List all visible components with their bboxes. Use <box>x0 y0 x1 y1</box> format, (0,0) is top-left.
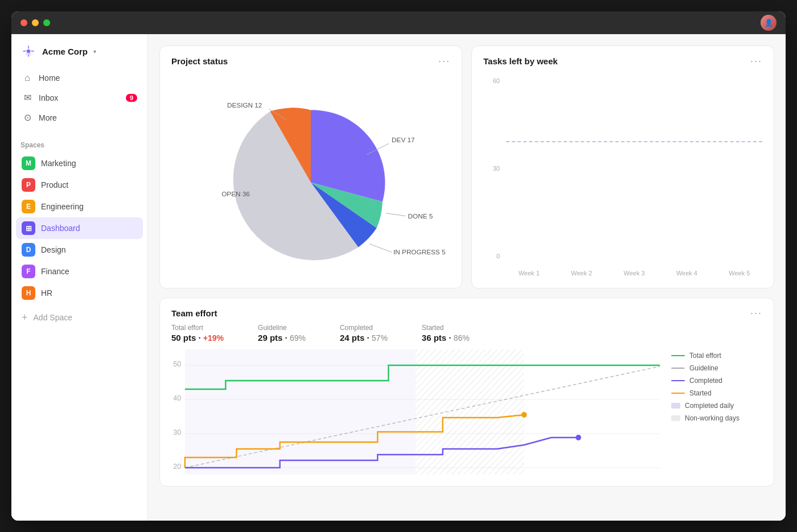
stat-started-value: 36 pts · 86% <box>422 333 470 343</box>
more-icon: ⊙ <box>22 112 33 123</box>
bar-group-week2: Week 2 <box>558 264 604 277</box>
legend-non-working-box <box>671 415 680 421</box>
completed-dot <box>576 435 581 440</box>
product-label: Product <box>41 180 68 189</box>
stat-total-value: 50 pts · +19% <box>171 333 224 343</box>
bar-y-axis: 60 30 0 <box>483 77 503 259</box>
sidebar-item-hr[interactable]: H HR <box>16 282 143 304</box>
sidebar-item-finance[interactable]: F Finance <box>16 261 143 282</box>
inprogress-label: IN PROGRESS 5 <box>393 248 446 255</box>
workspace-name: Acme Corp <box>42 47 88 56</box>
legend-completed-daily: Completed daily <box>671 402 762 410</box>
team-effort-title: Team effort <box>171 308 217 318</box>
non-working-days <box>416 349 524 475</box>
bar-label-week2: Week 2 <box>571 266 592 277</box>
main-content: Project status ··· <box>148 34 786 521</box>
legend-guideline-label: Guideline <box>689 364 718 372</box>
legend-completed-daily-label: Completed daily <box>685 402 734 410</box>
sidebar-item-home[interactable]: ⌂ Home <box>16 68 143 88</box>
sidebar-item-more[interactable]: ⊙ More <box>16 108 143 127</box>
sidebar: Acme Corp ▾ ⌂ Home ✉ Inbox 9 ⊙ More Spa <box>11 34 148 521</box>
started-dot <box>521 412 527 418</box>
hr-icon: H <box>22 286 35 300</box>
pie-chart: DEV 17 DONE 5 IN PROGRESS 5 OPEN 36 DES <box>171 77 450 277</box>
sidebar-item-marketing[interactable]: M Marketing <box>16 152 143 174</box>
avatar[interactable]: 👤 <box>761 15 777 31</box>
open-label: OPEN 36 <box>221 190 250 197</box>
stat-total-label: Total effort <box>171 324 224 332</box>
team-effort-menu[interactable]: ··· <box>750 307 762 319</box>
tasks-menu[interactable]: ··· <box>750 55 762 67</box>
stat-completed-label: Completed <box>340 324 388 332</box>
minimize-button[interactable] <box>32 19 39 26</box>
chart-legend: Total effort Guideline Completed St <box>671 349 762 475</box>
tasks-header: Tasks left by week ··· <box>472 46 774 72</box>
sidebar-item-product[interactable]: P Product <box>16 174 143 196</box>
project-status-menu[interactable]: ··· <box>438 55 450 67</box>
titlebar: 👤 <box>11 11 786 34</box>
close-button[interactable] <box>20 19 27 26</box>
legend-started-label: Started <box>689 389 712 397</box>
tasks-by-week-card: Tasks left by week ··· 60 30 0 <box>471 46 774 288</box>
team-effort-card: Team effort ··· Total effort 50 pts · +1… <box>159 298 774 486</box>
inbox-badge: 9 <box>126 94 137 102</box>
legend-non-working: Non-working days <box>671 414 762 422</box>
completed-daily-area <box>185 349 416 475</box>
dev-label: DEV 17 <box>392 136 415 143</box>
add-space-button[interactable]: + Add Space <box>16 308 143 327</box>
traffic-lights <box>20 19 50 26</box>
nav-menu: ⌂ Home ✉ Inbox 9 ⊙ More <box>11 64 147 132</box>
svg-text:40: 40 <box>173 394 181 402</box>
stat-completed-value: 24 pts · 57% <box>340 333 388 343</box>
tasks-title: Tasks left by week <box>483 56 558 66</box>
svg-text:30: 30 <box>173 428 181 436</box>
top-charts-row: Project status ··· <box>159 46 774 288</box>
logo-icon <box>20 43 36 59</box>
sidebar-item-design[interactable]: D Design <box>16 239 143 261</box>
line-chart: 50 40 30 20 <box>171 349 660 475</box>
svg-text:20: 20 <box>173 463 181 471</box>
legend-completed: Completed <box>671 377 762 385</box>
legend-total-effort-label: Total effort <box>689 352 721 360</box>
app-window: 👤 Acme Corp ▾ ⌂ Home <box>11 11 786 521</box>
marketing-icon: M <box>22 156 35 170</box>
team-effort-svg: 50 40 30 20 <box>171 349 660 475</box>
team-chart-area: 50 40 30 20 <box>160 349 774 486</box>
y-label-60: 60 <box>483 77 500 84</box>
fullscreen-button[interactable] <box>43 19 50 26</box>
bar-group-week5: Week 5 <box>717 264 762 277</box>
design-label: Design <box>41 245 66 254</box>
add-icon: + <box>22 312 28 323</box>
bar-group-week4: Week 4 <box>664 264 709 277</box>
stat-total-effort: Total effort 50 pts · +19% <box>171 324 224 343</box>
bar-label-week3: Week 3 <box>623 266 644 277</box>
sidebar-item-dashboard[interactable]: ⊞ Dashboard <box>16 217 143 239</box>
spaces-list: M Marketing P Product E Engineering ⊞ Da… <box>11 152 147 304</box>
bar-label-week4: Week 4 <box>676 266 697 277</box>
hr-label: HR <box>41 288 52 298</box>
dashboard-icon: ⊞ <box>22 221 35 235</box>
stat-guideline-value: 29 pts · 69% <box>258 333 306 343</box>
legend-completed-daily-box <box>671 403 680 409</box>
svg-point-0 <box>27 50 30 53</box>
marketing-label: Marketing <box>41 159 76 168</box>
workspace-header[interactable]: Acme Corp ▾ <box>11 34 147 64</box>
stat-started-pct: 86% <box>454 333 470 343</box>
finance-icon: F <box>22 265 35 278</box>
team-effort-stats: Total effort 50 pts · +19% Guideline 29 … <box>160 324 774 349</box>
stat-total-change: +19% <box>203 333 224 343</box>
pie-chart-container: DEV 17 DONE 5 IN PROGRESS 5 OPEN 36 DES <box>160 72 462 288</box>
chevron-down-icon: ▾ <box>93 48 96 55</box>
sidebar-item-inbox[interactable]: ✉ Inbox 9 <box>16 88 143 108</box>
legend-guideline-line <box>671 368 685 369</box>
y-label-0: 0 <box>483 253 500 259</box>
inbox-label: Inbox <box>39 93 58 102</box>
inbox-icon: ✉ <box>22 92 33 103</box>
legend-completed-label: Completed <box>689 377 722 385</box>
legend-started-line <box>671 393 685 394</box>
legend-total-effort-line <box>671 355 685 356</box>
design-label: DESIGN 12 <box>227 101 262 109</box>
bar-chart-container: 60 30 0 <box>472 72 774 288</box>
more-label: More <box>39 113 57 122</box>
sidebar-item-engineering[interactable]: E Engineering <box>16 196 143 217</box>
